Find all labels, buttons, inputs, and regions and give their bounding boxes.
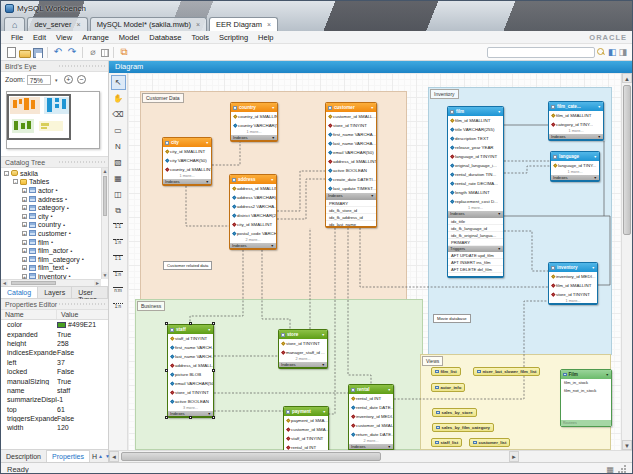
- collapse-arrow-icon[interactable]: ▼: [322, 333, 325, 337]
- title-bar[interactable]: MySQL Workbench: [1, 1, 632, 15]
- view-actor-info[interactable]: actor_info: [431, 383, 465, 392]
- property-row-expanded[interactable]: expandedTrue: [1, 329, 108, 338]
- table-header[interactable]: customer▼: [326, 103, 376, 112]
- collapse-arrow-icon[interactable]: ▼: [498, 110, 501, 114]
- selection-handle[interactable]: [165, 416, 168, 419]
- tab-user-types[interactable]: User Types: [72, 287, 108, 298]
- tree-item-film-category[interactable]: +film_category•: [1, 255, 101, 264]
- tree-vertical-scrollbar[interactable]: ▲ ▼: [101, 168, 108, 279]
- close-icon[interactable]: ×: [196, 21, 200, 28]
- menu-help[interactable]: Help: [253, 33, 278, 42]
- collapse-arrow-icon[interactable]: ▼: [606, 373, 609, 377]
- expand-icon[interactable]: +: [22, 222, 27, 227]
- canvas-vertical-scrollbar[interactable]: ▲ ▼: [621, 73, 632, 450]
- view-sales-by-store[interactable]: sales_by_store: [432, 408, 477, 417]
- property-row-indicesexpanded[interactable]: indicesExpandedFalse: [1, 348, 108, 357]
- view-sales-by-film-category[interactable]: sales_by_film_category: [432, 423, 494, 432]
- er-table-staff[interactable]: staff▼staff_id TINYINTfirst_name VARCH..…: [167, 324, 214, 418]
- layer-tool[interactable]: ▭: [111, 123, 126, 138]
- tab-eer-diagram[interactable]: EER Diagram×: [209, 17, 278, 31]
- tree-vscroll-thumb[interactable]: [103, 176, 107, 216]
- redo-icon[interactable]: [66, 46, 78, 58]
- note-movie-database[interactable]: Movie database: [433, 314, 471, 323]
- indexes-section-bar[interactable]: Indexes▼: [349, 444, 393, 450]
- rel-1-1-identifying-tool[interactable]: 1:1: [111, 251, 126, 266]
- selection-handle[interactable]: [189, 416, 192, 419]
- menu-database[interactable]: Database: [144, 33, 186, 42]
- property-row-triggersexpanded[interactable]: triggersExpandedFalse: [1, 414, 108, 423]
- toggle-right-panel-icon[interactable]: ◨: [618, 46, 627, 58]
- collapse-arrow-icon[interactable]: ▼: [388, 388, 391, 392]
- er-table-customer[interactable]: customer▼customer_id SMALL...store_id TI…: [325, 102, 377, 228]
- tree-item-sakila[interactable]: -sakila: [1, 169, 101, 178]
- canvas-horizontal-scrollbar[interactable]: ◄ ►: [109, 450, 632, 462]
- pointer-tool[interactable]: ↖: [111, 75, 126, 90]
- rel-1-1-non-identifying-tool[interactable]: 1:1: [111, 219, 126, 234]
- indexes-section-bar[interactable]: Indexes▼: [551, 175, 599, 182]
- expand-icon[interactable]: +: [22, 257, 27, 262]
- canvas-scroll-right-icon[interactable]: ►: [509, 451, 519, 462]
- collapse-icon[interactable]: -: [13, 179, 18, 184]
- search-input[interactable]: [487, 47, 595, 58]
- close-icon[interactable]: ×: [77, 21, 81, 28]
- grid-icon[interactable]: [101, 49, 109, 57]
- eraser-tool[interactable]: ⌫: [111, 107, 126, 122]
- new-diagram-icon[interactable]: [118, 46, 130, 58]
- save-model-icon[interactable]: [33, 48, 43, 58]
- rel-1-n-identifying-tool[interactable]: 1:n: [111, 267, 126, 282]
- table-header[interactable]: payment▼: [284, 407, 328, 416]
- expand-icon[interactable]: +: [22, 231, 27, 236]
- tree-item-film-text[interactable]: +film_text•: [1, 264, 101, 273]
- canvas-scroll-down-icon[interactable]: ▼: [622, 440, 632, 450]
- rel-existing-columns-tool[interactable]: 1:n: [111, 299, 126, 314]
- tab-layers[interactable]: Layers: [38, 287, 72, 298]
- rel-1-n-non-identifying-tool[interactable]: 1:n: [111, 235, 126, 250]
- resize-grip[interactable]: [618, 465, 626, 473]
- indexes-section-bar[interactable]: Indexes▼: [163, 179, 211, 186]
- collapse-arrow-icon[interactable]: ▼: [323, 410, 326, 414]
- indexes-section-bar[interactable]: Indexes▼: [230, 243, 276, 250]
- er-table-payment[interactable]: payment▼payment_id SMA...customer_id SMA…: [283, 406, 329, 450]
- collapse-arrow-icon[interactable]: ▼: [592, 266, 595, 270]
- expand-icon[interactable]: +: [22, 188, 27, 193]
- er-table-inventory[interactable]: inventory▼inventory_id MEDI...film_id SM…: [548, 262, 598, 305]
- table-header[interactable]: film▼: [448, 107, 503, 116]
- view-film-list[interactable]: film_list: [431, 367, 461, 376]
- er-table-rental[interactable]: rental▼rental_id INTrental_date DATE...i…: [348, 384, 394, 450]
- property-row-manualsizing[interactable]: manualSizingTrue: [1, 376, 108, 385]
- tree-item-customer[interactable]: +customer•: [1, 229, 101, 238]
- close-icon[interactable]: ×: [267, 21, 271, 28]
- zoom-in-icon[interactable]: +: [64, 75, 73, 84]
- tree-hscroll-thumb[interactable]: [11, 281, 56, 285]
- menu-view[interactable]: View: [51, 33, 77, 42]
- scroll-up-icon[interactable]: ▲: [102, 168, 108, 175]
- tree-item-country[interactable]: +country•: [1, 221, 101, 230]
- routine-film-not-in-stock[interactable]: film_not_in_stock: [561, 387, 611, 395]
- note-customer-related-data[interactable]: Customer related data: [163, 261, 212, 270]
- er-table-language[interactable]: language▼language_id TINY...1 more...Ind…: [550, 151, 600, 182]
- menu-model[interactable]: Model: [114, 33, 144, 42]
- tree-item-city[interactable]: +city•: [1, 212, 101, 221]
- expand-icon[interactable]: +: [22, 240, 27, 245]
- expand-icon[interactable]: +: [22, 265, 27, 270]
- er-table-film[interactable]: film▼film_id SMALLINTtitle VARCHAR(255)d…: [447, 106, 504, 278]
- view-nicer-but-slower-film-list[interactable]: nicer_but_slower_film_list: [473, 367, 540, 376]
- selection-handle[interactable]: [212, 322, 215, 325]
- collapse-arrow-icon[interactable]: ▼: [371, 106, 374, 110]
- routine-group-tool[interactable]: ⧉: [111, 203, 126, 218]
- zoom-out-icon[interactable]: −: [77, 75, 86, 84]
- expand-icon[interactable]: +: [22, 214, 27, 219]
- zoom-dropdown-icon[interactable]: ▾: [53, 77, 60, 83]
- table-header[interactable]: film_cate...▼: [549, 102, 603, 111]
- toggle-left-panel-icon[interactable]: ◧: [608, 46, 617, 58]
- table-header[interactable]: rental▼: [349, 385, 393, 394]
- tree-item-tables[interactable]: -Tables: [1, 178, 101, 187]
- tab-dev-server[interactable]: dev_server×: [27, 17, 87, 31]
- scroll-right-icon[interactable]: ►: [94, 280, 101, 286]
- tab-catalog[interactable]: Catalog: [1, 287, 38, 298]
- er-table-film_category[interactable]: film_cate...▼film_id SMALLINTcategory_id…: [548, 101, 604, 141]
- collapse-arrow-icon[interactable]: ▼: [208, 328, 211, 332]
- minimap-viewport[interactable]: [7, 94, 71, 140]
- property-row-left[interactable]: left37: [1, 358, 108, 367]
- grid-toggle-icon[interactable]: ▦: [606, 465, 614, 474]
